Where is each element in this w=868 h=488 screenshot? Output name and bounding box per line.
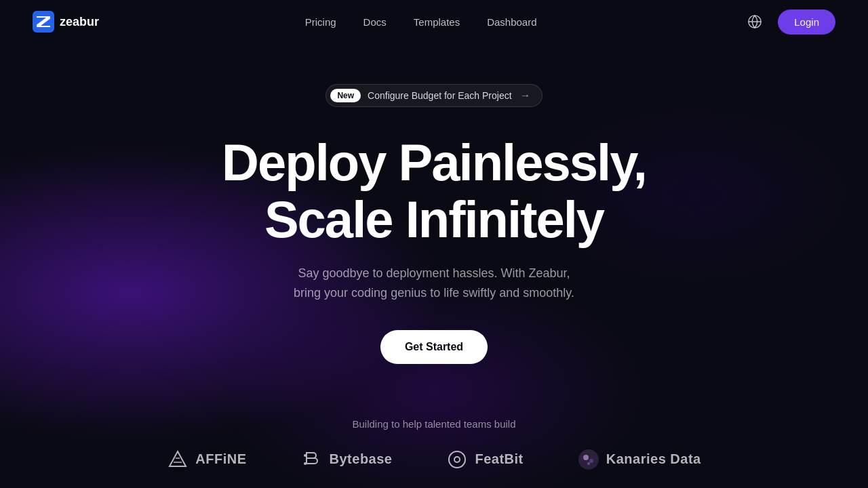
new-badge: New (330, 89, 361, 102)
partner-featbit: FeatBit (446, 449, 523, 470)
bytebase-logo-icon (301, 449, 323, 470)
nav-pricing[interactable]: Pricing (305, 16, 336, 28)
svg-point-7 (583, 455, 589, 460)
hero-heading-line2: Scale Infinitely (264, 190, 604, 248)
featbit-name: FeatBit (475, 451, 523, 467)
affine-logo-icon (167, 449, 189, 470)
partners-label: Building to help talented teams build (353, 418, 516, 430)
announcement-text: Configure Budget for Each Project (368, 90, 511, 101)
nav-links: Pricing Docs Templates Dashboard (305, 16, 537, 28)
hero-heading: Deploy Painlessly, Scale Infinitely (222, 134, 646, 247)
hero-subtext-line2: bring your coding genius to life swiftly… (294, 286, 574, 300)
partner-kanaries: Kanaries Data (578, 449, 701, 470)
hero-subtext: Say goodbye to deployment hassles. With … (294, 264, 574, 303)
language-icon (747, 14, 762, 29)
partner-affine: AFFiNE (167, 449, 246, 470)
nav-actions: Login (743, 9, 835, 35)
zeabur-logo-icon (33, 11, 54, 33)
announcement-pill[interactable]: New Configure Budget for Each Project → (326, 84, 542, 107)
login-button[interactable]: Login (778, 9, 835, 35)
svg-point-5 (455, 458, 459, 462)
logo[interactable]: zeabur (33, 11, 99, 33)
svg-point-2 (304, 462, 307, 465)
svg-point-1 (304, 454, 307, 457)
featbit-logo-icon (446, 449, 468, 470)
partner-bytebase: Bytebase (301, 449, 393, 470)
svg-point-8 (589, 459, 593, 463)
main-content: New Configure Budget for Each Project → … (0, 43, 868, 418)
svg-point-9 (587, 462, 590, 465)
get-started-button[interactable]: Get Started (380, 330, 488, 364)
kanaries-logo-icon (578, 449, 599, 470)
bytebase-name: Bytebase (330, 451, 393, 467)
navigation: zeabur Pricing Docs Templates Dashboard … (0, 0, 868, 43)
kanaries-name: Kanaries Data (606, 451, 701, 467)
affine-name: AFFiNE (195, 451, 246, 467)
hero-subtext-line1: Say goodbye to deployment hassles. With … (298, 266, 570, 280)
announcement-arrow: → (520, 89, 531, 102)
language-button[interactable] (743, 9, 767, 34)
logo-text: zeabur (60, 15, 99, 29)
nav-docs[interactable]: Docs (363, 16, 387, 28)
partners-section: Building to help talented teams build AF… (0, 418, 868, 470)
nav-dashboard[interactable]: Dashboard (487, 16, 536, 28)
hero-heading-line1: Deploy Painlessly, (222, 134, 646, 191)
partners-logos: AFFiNE Bytebase (33, 449, 835, 470)
nav-templates[interactable]: Templates (414, 16, 460, 28)
svg-point-6 (578, 449, 599, 470)
